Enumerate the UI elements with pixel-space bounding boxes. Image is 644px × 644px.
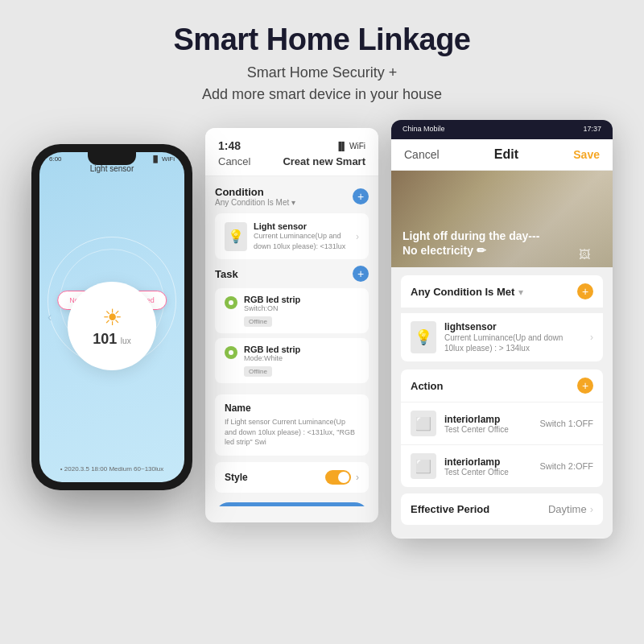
task-dot-2: [225, 346, 237, 359]
sensor2-card[interactable]: 💡 lightsensor Current Luminance(Up and d…: [401, 312, 603, 361]
panel1-header: 1:48 ▐▌ WiFi Cancel Creat new Smart: [205, 128, 378, 176]
panel1-actions: Cancel Creat new Smart: [218, 155, 365, 167]
style-arrow-icon: ›: [356, 472, 359, 483]
task-1-badge: Offline: [244, 316, 272, 327]
hero-image[interactable]: Light off during the day---No electricit…: [391, 171, 613, 267]
effective-period-value: Daytime ›: [548, 503, 593, 515]
sensor2-detail: Current Luminance(Up and down 10lux plea…: [444, 332, 582, 353]
panel2-nav: Cancel Edit Save: [391, 139, 613, 171]
action-header: Action +: [401, 369, 603, 402]
sun-icon: ☀: [102, 304, 122, 331]
panel1-body: Condition Any Condition Is Met ▾ + 💡 Lig…: [205, 176, 378, 506]
phone-bottom-text: • 2020.3.5 18:00 Medium 60~130lux: [39, 465, 184, 473]
effective-period-label: Effective Period: [411, 503, 489, 515]
panel2-body: Any Condition Is Met ▾ + 💡 lightsensor C…: [391, 267, 613, 538]
sensor2-icon: 💡: [411, 321, 436, 353]
page-title: Smart Home Linkage: [16, 23, 628, 57]
action-title: Action: [411, 380, 443, 392]
task-2-name: RGB led strip: [244, 345, 300, 354]
task-2-badge: Offline: [244, 366, 272, 377]
panel2-carrier: China Mobile: [402, 125, 445, 133]
task-section-header: Task +: [215, 266, 369, 282]
condition-title: Condition: [215, 186, 295, 198]
sensor-icon: 💡: [225, 222, 247, 251]
task-1-info: RGB led strip Switch:ON Offline: [244, 295, 300, 327]
device1-location: Test Center Office: [444, 425, 531, 434]
device2-location: Test Center Office: [444, 468, 531, 477]
sensor-condition-card[interactable]: 💡 Light sensor Current Luminance(Up and …: [215, 213, 369, 259]
save-button[interactable]: Save: [215, 502, 369, 506]
condition-section-header: Condition Any Condition Is Met ▾ +: [215, 186, 369, 207]
task-dot-1: [225, 296, 237, 309]
action1-info: interiorlamp Test Center Office: [444, 414, 531, 434]
effective-period-daytime: Daytime: [548, 503, 587, 515]
phone-signal-icons: ▐▌ WiFi: [151, 155, 175, 163]
phone-screen: 6:00 ▐▌ WiFi Light sensor Notice the lig…: [39, 152, 184, 482]
condition-title-area: Condition Any Condition Is Met ▾: [215, 186, 295, 207]
page-header: Smart Home Linkage Smart Home Security +…: [0, 0, 644, 120]
panel2-cancel-btn[interactable]: Cancel: [404, 148, 440, 161]
style-controls: ›: [325, 470, 359, 485]
action2-value: Switch 2:OFF: [539, 461, 593, 471]
lux-display: 101 lux: [93, 331, 130, 348]
page-subtitle: Smart Home Security + Add more smart dev…: [16, 62, 628, 105]
condition2-dropdown-icon[interactable]: ▾: [518, 287, 523, 298]
toggle-dot: [338, 472, 349, 483]
task-2-sub: Mode:White: [244, 354, 300, 362]
name-label: Name: [225, 402, 359, 414]
phone-time: 6:00: [49, 155, 62, 163]
sensor2-info: lightsensor Current Luminance(Up and dow…: [444, 321, 582, 353]
name-text: If Light sensor Current Luminance(Up and…: [225, 417, 359, 448]
hero-text: Light off during the day---No electricit…: [391, 219, 551, 267]
panel2-status-bar: China Mobile 17:37: [391, 120, 613, 139]
action-item-1[interactable]: ⬜ interiorlamp Test Center Office Switch…: [401, 402, 603, 444]
device2-icon: ⬜: [411, 453, 436, 479]
task-1-name: RGB led strip: [244, 295, 300, 304]
create-smart-panel: 1:48 ▐▌ WiFi Cancel Creat new Smart Cond…: [205, 128, 378, 522]
condition2-header: Any Condition Is Met ▾ +: [401, 275, 603, 308]
device2-name: interiorlamp: [444, 456, 531, 468]
panel1-create-title: Creat new Smart: [283, 155, 365, 167]
sensor-detail: Current Luminance(Up and down 10lux plea…: [254, 231, 349, 251]
task-item-2[interactable]: RGB led strip Mode:White Offline: [215, 338, 369, 383]
sensor2-name: lightsensor: [444, 321, 582, 332]
action-section: Action + ⬜ interiorlamp Test Center Offi…: [401, 369, 603, 487]
add-condition-btn[interactable]: +: [353, 188, 369, 204]
image-icon: 🖼: [579, 248, 590, 261]
add-action-btn[interactable]: +: [577, 378, 593, 394]
style-toggle[interactable]: [325, 470, 351, 485]
task-2-info: RGB led strip Mode:White Offline: [244, 345, 300, 377]
action1-value: Switch 1:OFF: [539, 419, 593, 428]
add-task-btn[interactable]: +: [353, 266, 369, 282]
effective-period-row[interactable]: Effective Period Daytime ›: [401, 493, 603, 525]
sensor-info: Light sensor Current Luminance(Up and do…: [254, 221, 349, 251]
edit-smart-panel: China Mobile 17:37 Cancel Edit Save Ligh…: [391, 120, 613, 539]
style-row: Style ›: [215, 462, 369, 493]
panel2-edit-title: Edit: [494, 147, 518, 162]
task-item-1[interactable]: RGB led strip Switch:ON Offline: [215, 288, 369, 333]
phone-mockup: 6:00 ▐▌ WiFi Light sensor Notice the lig…: [31, 144, 192, 490]
panel2-time: 17:37: [583, 125, 601, 133]
panel1-cancel-btn[interactable]: Cancel: [218, 155, 250, 167]
panel2-save-btn[interactable]: Save: [573, 148, 600, 161]
condition2-title-area: Any Condition Is Met ▾: [411, 284, 523, 299]
panel1-nav: 1:48 ▐▌ WiFi: [218, 139, 365, 152]
add-condition2-btn[interactable]: +: [577, 283, 593, 299]
content-area: 6:00 ▐▌ WiFi Light sensor Notice the lig…: [0, 128, 644, 539]
sensor-arrow-icon: ›: [356, 231, 359, 242]
sensor-name: Light sensor: [254, 221, 349, 231]
action-item-2[interactable]: ⬜ interiorlamp Test Center Office Switch…: [401, 444, 603, 487]
condition2-title: Any Condition Is Met: [411, 286, 514, 298]
phone-circle: ☀ 101 lux: [68, 282, 156, 370]
panel1-time: 1:48: [218, 139, 241, 152]
sensor2-arrow-icon: ›: [590, 332, 593, 343]
device1-icon: ⬜: [411, 411, 436, 436]
panel1-signal: ▐▌ WiFi: [336, 142, 365, 151]
effective-period-arrow-icon: ›: [590, 503, 593, 515]
task-1-sub: Switch:ON: [244, 304, 300, 312]
nav-arrow-left[interactable]: ‹: [47, 310, 52, 324]
device1-name: interiorlamp: [444, 414, 531, 425]
task-title: Task: [215, 268, 238, 280]
action2-info: interiorlamp Test Center Office: [444, 456, 531, 477]
style-label: Style: [225, 472, 248, 483]
